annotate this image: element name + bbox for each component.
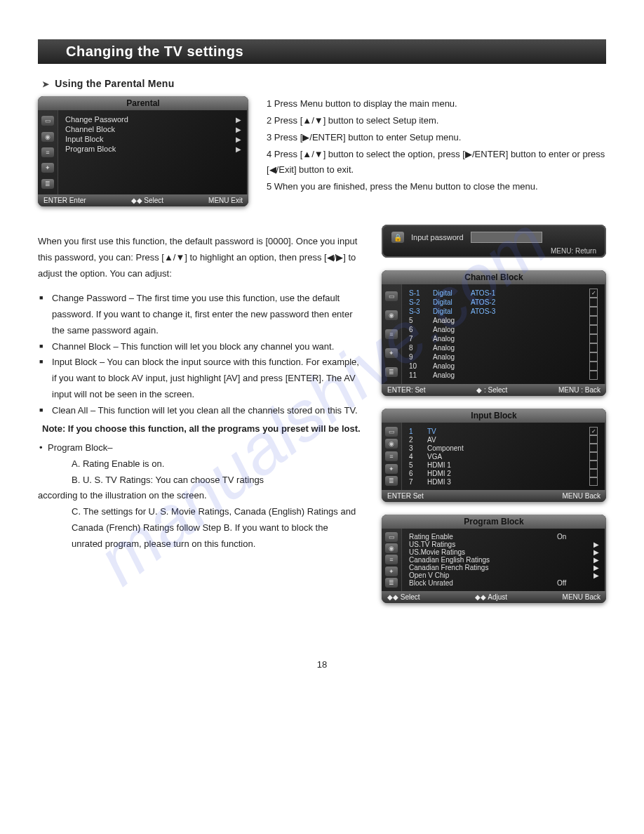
footer-enter: ENTER Set bbox=[387, 492, 424, 500]
setting-label: Canadian French Ratings bbox=[409, 564, 553, 571]
input-num: 3 bbox=[409, 444, 423, 452]
footer-back: MENU : Back bbox=[558, 386, 601, 394]
input-num: 2 bbox=[409, 436, 423, 444]
sound-icon: ◉ bbox=[385, 543, 398, 553]
checkbox[interactable] bbox=[589, 444, 598, 452]
channel-type: Analog bbox=[433, 335, 467, 343]
checkbox[interactable]: ✓ bbox=[589, 427, 598, 435]
checkbox[interactable]: ✓ bbox=[589, 289, 598, 298]
menu-item-label: Change Password bbox=[65, 115, 128, 124]
channel-name: ATOS-2 bbox=[471, 298, 585, 307]
channel-type: Digital bbox=[433, 289, 467, 298]
checkbox[interactable] bbox=[589, 371, 598, 380]
checkbox[interactable] bbox=[589, 334, 598, 343]
checkbox[interactable] bbox=[589, 461, 598, 469]
bullet-channel-block: Channel Block – This function will let y… bbox=[38, 339, 361, 355]
program-block-osd: Program Block ▭ ◉ ≡ ✦ ≣ Rating EnableOnU… bbox=[382, 515, 606, 603]
osd-sidebar: ▭ ◉ ≡ ✦ ≣ bbox=[38, 110, 58, 194]
channel-name bbox=[471, 320, 585, 321]
checkbox[interactable] bbox=[589, 298, 598, 307]
input-label: HDMI 3 bbox=[427, 478, 585, 486]
pic-icon: ▭ bbox=[41, 116, 54, 126]
channel-icon: ≡ bbox=[385, 555, 398, 564]
channel-num: 10 bbox=[409, 362, 429, 371]
input-password-footer: MENU: Return bbox=[391, 247, 596, 255]
channel-num: 8 bbox=[409, 344, 429, 352]
channel-name: ATOS-1 bbox=[471, 289, 585, 298]
menu-item[interactable]: Change Password▶ bbox=[65, 114, 241, 124]
channel-type: Analog bbox=[433, 353, 467, 362]
channel-type: Analog bbox=[433, 362, 467, 371]
instruction-step: 4 Press [▲/▼] button to select the optio… bbox=[267, 147, 606, 178]
sound-icon: ◉ bbox=[385, 310, 398, 320]
input-num: 4 bbox=[409, 453, 423, 461]
parental-osd: Parental ▭ ◉ ≡ ✦ ≣ Change Password▶ Chan… bbox=[38, 96, 248, 206]
checkbox[interactable] bbox=[589, 352, 598, 362]
chevron-right-icon: ▶ bbox=[589, 571, 599, 579]
footer-enter: ENTER: Set bbox=[387, 386, 425, 394]
checkbox[interactable] bbox=[589, 477, 598, 486]
input-num: 7 bbox=[409, 478, 423, 486]
channel-num: 5 bbox=[409, 317, 429, 325]
osd-sidebar: ▭ ◉ ≡ ✦ ≣ bbox=[382, 284, 402, 384]
note: Note: If you choose this function, all t… bbox=[38, 421, 361, 437]
menu-item[interactable]: Program Block▶ bbox=[65, 144, 241, 154]
channel-num: S-3 bbox=[409, 307, 429, 316]
instruction-step: 1 Press Menu button to display the main … bbox=[267, 96, 606, 112]
chevron-right-icon: ▶ bbox=[236, 126, 241, 133]
lock-icon: ✦ bbox=[385, 348, 398, 358]
program-block-b-tail: according to the illustration on the scr… bbox=[38, 488, 361, 504]
channel-name bbox=[471, 366, 585, 366]
channel-type: Digital bbox=[433, 307, 467, 316]
input-label: HDMI 2 bbox=[427, 470, 585, 477]
channel-type: Analog bbox=[433, 344, 467, 352]
channel-num: S-2 bbox=[409, 298, 429, 307]
channel-num: 11 bbox=[409, 371, 429, 380]
instruction-step: 2 Press [▲/▼] button to select Setup ite… bbox=[267, 113, 606, 128]
password-field[interactable] bbox=[471, 232, 542, 243]
menu-item-label: Program Block bbox=[65, 145, 116, 153]
setting-label: Open V Chip bbox=[409, 571, 553, 579]
bullet-clean-all: Clean All – This function will let you c… bbox=[38, 403, 361, 419]
setting-value: On bbox=[557, 533, 585, 541]
checkbox[interactable] bbox=[589, 452, 598, 461]
instruction-step: 5 When you are finished, press the Menu … bbox=[267, 179, 606, 194]
channel-name bbox=[471, 357, 585, 357]
channel-block-title: Channel Block bbox=[382, 270, 606, 284]
input-label: VGA bbox=[427, 453, 585, 461]
menu-item[interactable]: Channel Block▶ bbox=[65, 124, 241, 134]
checkbox[interactable] bbox=[589, 435, 598, 444]
channel-type: Analog bbox=[433, 326, 467, 334]
osd-footer: ENTER: Set ◆ : Select MENU : Back bbox=[382, 384, 606, 396]
checkbox[interactable] bbox=[589, 316, 598, 325]
checkbox[interactable] bbox=[589, 343, 598, 352]
checkbox[interactable] bbox=[589, 469, 598, 477]
input-num: 1 bbox=[409, 428, 423, 435]
parental-osd-title: Parental bbox=[38, 96, 248, 110]
setting-label: Canadian English Ratings bbox=[409, 556, 553, 564]
input-password-osd: 🔒 Input password MENU: Return bbox=[382, 225, 606, 258]
input-label: TV bbox=[427, 428, 585, 435]
input-block-osd: Input Block ▭ ◉ ≡ ✦ ≣ 1TV✓2AV3Component4… bbox=[382, 409, 606, 502]
sound-icon: ◉ bbox=[41, 132, 54, 142]
menu-item-label: Channel Block bbox=[65, 125, 115, 133]
input-label: AV bbox=[427, 436, 585, 444]
channel-type: Analog bbox=[433, 317, 467, 325]
checkbox[interactable] bbox=[589, 307, 598, 316]
channel-type: Digital bbox=[433, 298, 467, 307]
setup-icon: ≣ bbox=[385, 367, 398, 377]
chevron-right-icon: ▶ bbox=[236, 145, 241, 153]
instructions: 1 Press Menu button to display the main … bbox=[267, 96, 606, 197]
bullet-input-block: Input Block – You can block the input so… bbox=[38, 355, 361, 402]
channel-num: 7 bbox=[409, 335, 429, 343]
checkbox[interactable] bbox=[589, 325, 598, 334]
setting-label: US.Movie Ratings bbox=[409, 548, 553, 556]
sound-icon: ◉ bbox=[385, 439, 398, 449]
channel-name bbox=[471, 375, 585, 376]
footer-adjust: ◆◆ Adjust bbox=[475, 593, 507, 601]
osd-sidebar: ▭ ◉ ≡ ✦ ≣ bbox=[382, 529, 402, 591]
menu-item[interactable]: Input Block▶ bbox=[65, 134, 241, 144]
checkbox[interactable] bbox=[589, 362, 598, 371]
channel-num: 9 bbox=[409, 353, 429, 362]
setup-icon: ≣ bbox=[41, 179, 54, 189]
